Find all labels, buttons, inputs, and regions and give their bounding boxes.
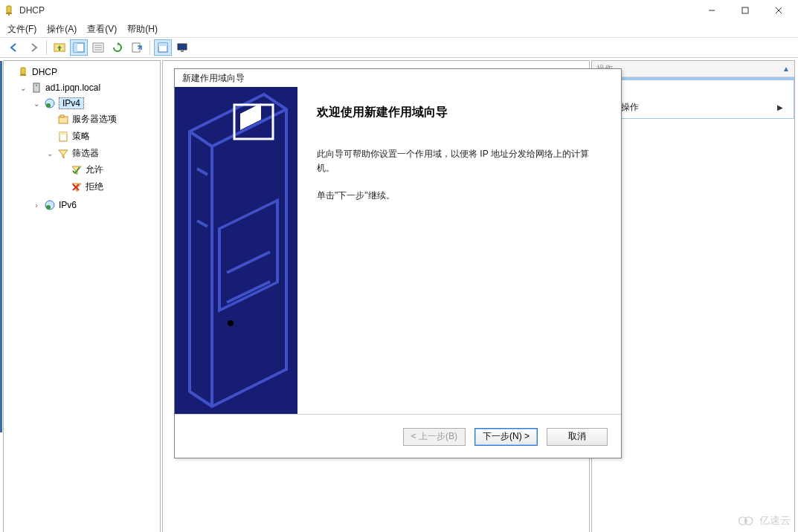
policies-icon xyxy=(57,131,69,143)
wizard-next-button[interactable]: 下一步(N) > xyxy=(474,428,538,446)
tree-label: ad1.ipqn.local xyxy=(45,82,100,93)
tree-label: IPv6 xyxy=(59,200,77,210)
forward-button[interactable] xyxy=(25,39,42,56)
ipv6-icon xyxy=(44,199,56,211)
svg-line-40 xyxy=(227,282,270,302)
close-button[interactable] xyxy=(762,0,795,21)
app-icon xyxy=(3,4,15,16)
maximize-button[interactable] xyxy=(728,0,762,21)
svg-point-32 xyxy=(46,205,51,210)
tree-label: DHCP xyxy=(32,67,57,77)
svg-point-41 xyxy=(228,320,234,326)
menu-action[interactable]: 操作(A) xyxy=(47,23,77,36)
svg-point-24 xyxy=(46,103,51,108)
svg-line-36 xyxy=(197,169,207,175)
window-title: DHCP xyxy=(19,5,695,16)
wizard-footer: < 上一步(B) 下一步(N) > 取消 xyxy=(175,414,621,458)
svg-line-39 xyxy=(227,252,270,273)
tree-ipv6[interactable]: › IPv6 xyxy=(30,198,160,213)
up-pane-button[interactable] xyxy=(51,39,68,56)
svg-rect-28 xyxy=(59,132,67,134)
watermark-text: 亿速云 xyxy=(759,514,791,528)
svg-point-45 xyxy=(744,519,747,522)
toolbar-separator xyxy=(149,40,150,55)
tree-deny[interactable]: · 拒绝 xyxy=(57,179,160,195)
tree-server-options[interactable]: · 服务器选项 xyxy=(44,111,160,127)
svg-rect-1 xyxy=(6,13,12,14)
svg-rect-2 xyxy=(8,14,10,16)
filters-icon xyxy=(57,148,69,160)
svg-rect-20 xyxy=(20,74,26,76)
refresh-button[interactable] xyxy=(109,39,126,56)
wizard-paragraph-1: 此向导可帮助你设置一个作用域，以便将 IP 地址分发给网络上的计算机。 xyxy=(317,147,599,175)
tree-allow[interactable]: · 允许 xyxy=(57,162,160,178)
allow-icon xyxy=(71,164,83,176)
toolbar xyxy=(0,37,798,58)
back-button[interactable] xyxy=(5,39,23,56)
svg-rect-0 xyxy=(7,6,11,13)
wizard-heading: 欢迎使用新建作用域向导 xyxy=(317,105,599,120)
wizard-title: 新建作用域向导 xyxy=(175,69,621,87)
tree-label: 筛选器 xyxy=(72,147,99,160)
svg-rect-19 xyxy=(21,68,25,74)
tree-label: 拒绝 xyxy=(86,181,103,193)
wizard-back-button[interactable]: < 上一步(B) xyxy=(403,428,466,446)
tree-ipv4[interactable]: ⌄ IPv4 xyxy=(30,96,160,111)
svg-rect-26 xyxy=(60,115,64,117)
svg-rect-21 xyxy=(33,83,39,92)
svg-rect-4 xyxy=(742,7,748,13)
tree-label: 允许 xyxy=(86,163,103,176)
ipv4-icon xyxy=(44,97,56,109)
menu-help[interactable]: 帮助(H) xyxy=(127,23,158,36)
svg-rect-16 xyxy=(158,43,167,46)
tree-policies[interactable]: · 策略 xyxy=(44,129,160,144)
svg-rect-14 xyxy=(132,43,140,52)
toolbar-separator xyxy=(46,40,47,55)
svg-rect-38 xyxy=(219,201,277,311)
watermark: 亿速云 xyxy=(737,514,791,528)
tree-label: 服务器选项 xyxy=(72,113,117,126)
dhcp-icon xyxy=(17,66,29,78)
more-actions-item[interactable]: 更多操作 ▶ xyxy=(593,97,794,118)
wizard-cancel-button[interactable]: 取消 xyxy=(547,428,608,446)
tree-root-dhcp[interactable]: ▾ DHCP xyxy=(4,65,160,80)
tree-pane[interactable]: ▾ DHCP ⌄ ad1.ipqn.local xyxy=(3,60,161,532)
wizard-content: 欢迎使用新建作用域向导 此向导可帮助你设置一个作用域，以便将 IP 地址分发给网… xyxy=(297,87,621,414)
svg-line-33 xyxy=(190,132,212,146)
tree-server[interactable]: ⌄ ad1.ipqn.local xyxy=(17,80,160,95)
menubar: 文件(F) 操作(A) 查看(V) 帮助(H) xyxy=(0,21,798,37)
export-button[interactable] xyxy=(128,39,146,56)
new-scope-wizard: 新建作用域向导 xyxy=(174,68,622,458)
minimize-button[interactable] xyxy=(695,0,728,21)
svg-rect-17 xyxy=(178,44,187,50)
window-controls xyxy=(695,0,795,21)
menu-view[interactable]: 查看(V) xyxy=(87,23,117,36)
svg-point-22 xyxy=(36,85,37,86)
svg-rect-18 xyxy=(181,51,184,52)
actions-pane: 操作 ▲ IPv4 更多操作 ▶ xyxy=(591,60,795,532)
chevron-up-icon[interactable]: ▲ xyxy=(782,65,790,73)
chevron-right-icon: ▶ xyxy=(777,103,783,111)
server-options-icon xyxy=(57,114,69,126)
tree-label: 策略 xyxy=(72,130,90,143)
server-icon xyxy=(30,82,42,94)
svg-line-37 xyxy=(197,221,207,227)
wizard-side-graphic xyxy=(175,87,297,414)
tree-label-selected: IPv4 xyxy=(59,97,84,109)
tree-pane-toggle[interactable] xyxy=(70,39,88,56)
list-view-button[interactable] xyxy=(89,39,107,56)
wizard-paragraph-2: 单击"下一步"继续。 xyxy=(317,189,599,203)
deny-icon xyxy=(71,181,83,193)
titlebar: DHCP xyxy=(0,0,798,21)
properties-button[interactable] xyxy=(154,39,172,56)
svg-rect-9 xyxy=(74,43,77,52)
tree-filters[interactable]: ⌄ 筛选器 xyxy=(44,146,160,161)
actions-section-title: IPv4 xyxy=(593,80,794,97)
menu-file[interactable]: 文件(F) xyxy=(7,23,36,36)
monitor-button[interactable] xyxy=(173,39,191,56)
